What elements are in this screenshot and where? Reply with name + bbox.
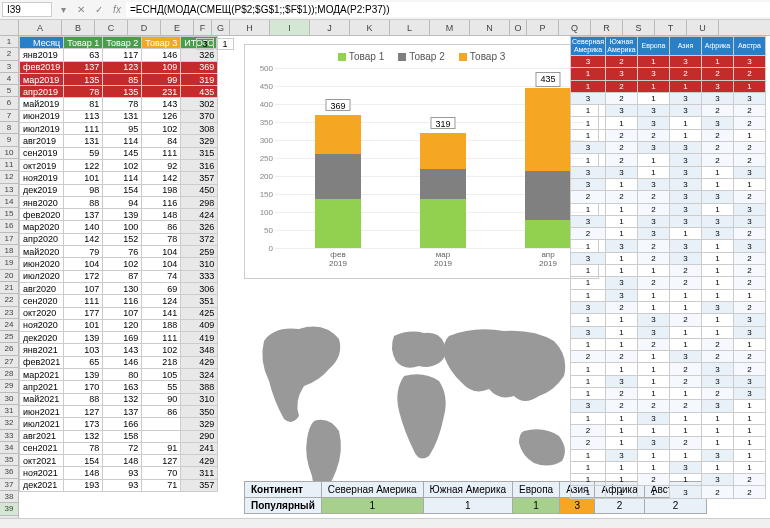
table-row[interactable]: 312312 [571, 252, 766, 264]
row-header[interactable]: 30 [0, 393, 19, 405]
table-row[interactable]: янв201963117146326 [20, 49, 218, 61]
table-row[interactable]: 131233 [571, 375, 766, 387]
name-box[interactable] [2, 2, 52, 17]
row-header[interactable]: 39 [0, 503, 19, 515]
col-header-R[interactable]: R [591, 20, 623, 35]
row-header[interactable]: 38 [0, 491, 19, 503]
table-row[interactable]: авг201913111484329 [20, 135, 218, 147]
row-header[interactable]: 7 [0, 110, 19, 122]
table-row[interactable]: июн202112713786350 [20, 405, 218, 417]
table-row[interactable]: май20198178143302 [20, 98, 218, 110]
row-header[interactable]: 31 [0, 405, 19, 417]
cancel-icon[interactable]: ✕ [72, 2, 90, 18]
row-header[interactable]: 9 [0, 134, 19, 146]
table-row[interactable]: 132313 [571, 240, 766, 252]
table-row[interactable]: дек20211939371357 [20, 479, 218, 491]
row-header[interactable]: 36 [0, 466, 19, 478]
table-row[interactable]: 313311 [571, 178, 766, 190]
table-row[interactable]: 112313 [571, 203, 766, 215]
row-header[interactable]: 22 [0, 294, 19, 306]
table-row[interactable]: 222332 [571, 191, 766, 203]
col-header-K[interactable]: K [350, 20, 390, 35]
row-header[interactable]: 18 [0, 245, 19, 257]
table-row[interactable]: окт2020177107141425 [20, 307, 218, 319]
table-row[interactable]: 213211 [571, 437, 766, 449]
col-header-T[interactable]: T [655, 20, 687, 35]
row-header[interactable]: 1 [0, 36, 19, 48]
table-row[interactable]: янв20208894116298 [20, 196, 218, 208]
col-header-J[interactable]: J [310, 20, 350, 35]
row-header[interactable]: 29 [0, 380, 19, 392]
table-row[interactable]: авг2021132158290 [20, 430, 218, 442]
col-header-P[interactable]: P [527, 20, 559, 35]
table-row[interactable]: 321313 [571, 56, 766, 68]
table-row[interactable]: 121123 [571, 388, 766, 400]
row-header[interactable]: 20 [0, 270, 19, 282]
row-header[interactable]: 19 [0, 257, 19, 269]
table-row[interactable]: 313333 [571, 215, 766, 227]
table-row[interactable]: 132212 [571, 277, 766, 289]
table-row[interactable]: 131111 [571, 289, 766, 301]
row-header[interactable]: 2 [0, 48, 19, 60]
table-row[interactable]: 112132 [571, 474, 766, 486]
table-row[interactable]: июл2021173166329 [20, 418, 218, 430]
horizontal-scrollbar[interactable] [0, 518, 770, 528]
bar-chart[interactable]: Товар 1Товар 2Товар 3 050100150200250300… [244, 44, 599, 279]
row-header[interactable]: 15 [0, 208, 19, 220]
row-header[interactable]: 17 [0, 233, 19, 245]
table-row[interactable]: 111311 [571, 461, 766, 473]
col-header-S[interactable]: S [623, 20, 655, 35]
row-header[interactable]: 37 [0, 479, 19, 491]
row-header[interactable]: 23 [0, 307, 19, 319]
table-row[interactable]: 221322 [571, 351, 766, 363]
col-header-A[interactable]: A [19, 20, 62, 35]
table-row[interactable]: авг202010713069306 [20, 282, 218, 294]
table-row[interactable]: сен2021787291241 [20, 442, 218, 454]
row-header[interactable]: 33 [0, 430, 19, 442]
table-row[interactable]: дек201998154198450 [20, 184, 218, 196]
table-row[interactable]: 322231 [571, 400, 766, 412]
table-row[interactable]: 211111 [571, 424, 766, 436]
row-header[interactable]: 10 [0, 147, 19, 159]
table-row[interactable]: июн2020104102104310 [20, 258, 218, 270]
table-row[interactable]: 111322 [571, 486, 766, 498]
table-row[interactable]: июл201911195102308 [20, 123, 218, 135]
table-row[interactable]: 121322 [571, 154, 766, 166]
fx-icon[interactable]: fx [108, 2, 126, 18]
row-header[interactable]: 12 [0, 171, 19, 183]
table-row[interactable]: мар202014010086326 [20, 221, 218, 233]
row-header[interactable]: 5 [0, 85, 19, 97]
row-header[interactable]: 34 [0, 442, 19, 454]
table-row[interactable]: фев2020137139148424 [20, 209, 218, 221]
col-header-H[interactable]: H [230, 20, 270, 35]
col-header-C[interactable]: C [95, 20, 128, 35]
table-row[interactable]: 133322 [571, 105, 766, 117]
table-row[interactable]: 122121 [571, 129, 766, 141]
table-row[interactable]: дек2020139169111419 [20, 332, 218, 344]
table-row[interactable]: фев2019137123109369 [20, 61, 218, 73]
table-row[interactable]: 112121 [571, 338, 766, 350]
table-row[interactable]: 131131 [571, 449, 766, 461]
table-row[interactable]: 111212 [571, 265, 766, 277]
table-row[interactable]: мар202113980105324 [20, 369, 218, 381]
row-header[interactable]: 35 [0, 454, 19, 466]
table-row[interactable]: май20218813290310 [20, 393, 218, 405]
table-row[interactable]: 321132 [571, 301, 766, 313]
table-row[interactable]: июн2019113131126370 [20, 110, 218, 122]
formula-input[interactable] [126, 2, 770, 17]
table-row[interactable]: янв2021103143102348 [20, 344, 218, 356]
row-header[interactable]: 4 [0, 73, 19, 85]
col-header-I[interactable]: I [270, 20, 310, 35]
table-row[interactable]: 113132 [571, 117, 766, 129]
table-row[interactable]: 121131 [571, 80, 766, 92]
table-row[interactable]: апр202117016355388 [20, 381, 218, 393]
table-row[interactable]: 113213 [571, 314, 766, 326]
col-header-G[interactable]: G [212, 20, 230, 35]
col-header-D[interactable]: D [128, 20, 161, 35]
row-header[interactable]: 11 [0, 159, 19, 171]
table-row[interactable]: ноя2020101120188409 [20, 319, 218, 331]
row-header[interactable]: 6 [0, 97, 19, 109]
col-header-F[interactable]: F [194, 20, 212, 35]
table-row[interactable]: 113111 [571, 412, 766, 424]
table-row[interactable]: фев202165146218429 [20, 356, 218, 368]
